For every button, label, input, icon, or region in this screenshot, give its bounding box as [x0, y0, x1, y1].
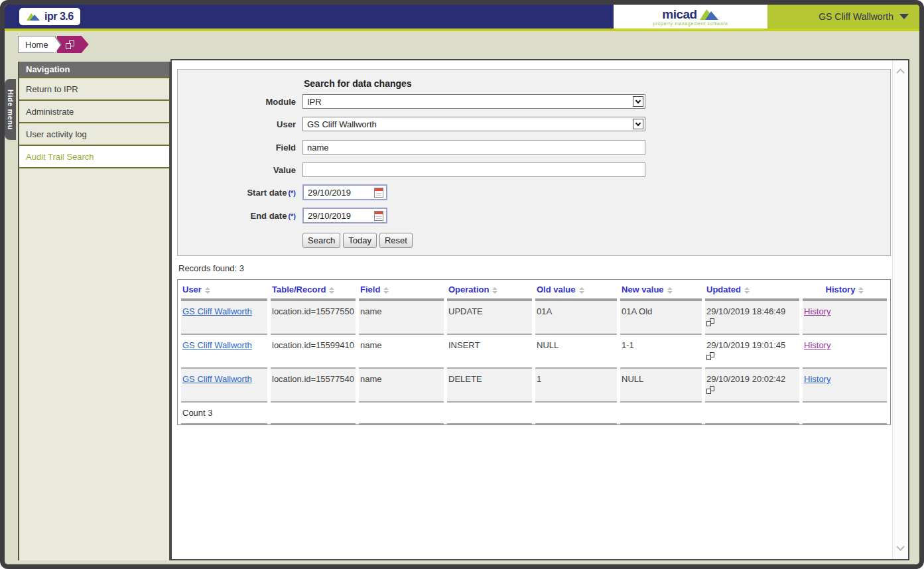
calendar-icon[interactable] — [374, 211, 383, 221]
micad-logo-text: micad — [662, 8, 696, 21]
micad-mountain-icon — [699, 7, 719, 21]
end-date-field — [302, 208, 387, 223]
cell-operation: UPDATE — [447, 301, 532, 335]
field-input[interactable] — [302, 140, 645, 155]
module-select-chevron-icon[interactable] — [633, 96, 643, 107]
accent-divider — [5, 29, 919, 31]
user-select-value: GS Cliff Wallworth — [307, 119, 377, 129]
value-row: Value — [178, 162, 645, 178]
scroll-up-icon[interactable] — [896, 68, 905, 77]
col-header-field[interactable]: Field — [359, 280, 444, 301]
user-label: User — [178, 119, 296, 129]
cell-operation: DELETE — [447, 369, 532, 403]
sort-icon — [383, 287, 389, 294]
cell-user: GS Cliff Wallworth — [181, 335, 267, 369]
required-marker: (*) — [288, 212, 296, 220]
cell-field: name — [359, 335, 444, 369]
cell-history: History — [803, 335, 887, 369]
end-date-label: End date(*) — [178, 211, 296, 221]
cell-field: name — [359, 301, 444, 335]
module-label: Module — [178, 97, 296, 107]
col-header-table-record[interactable]: Table/Record — [271, 280, 356, 301]
start-date-field — [302, 184, 387, 200]
sort-icon — [744, 287, 750, 294]
sidebar-item-return-to-ipr[interactable]: Return to IPR — [19, 78, 169, 101]
col-header-history[interactable]: History — [803, 280, 887, 301]
records-found-text: Records found: 3 — [178, 263, 244, 273]
user-menu[interactable]: GS Cliff Wallworth — [767, 5, 919, 29]
main-content: Search for data changes Module IPR User … — [170, 59, 909, 560]
today-button[interactable]: Today — [343, 233, 377, 248]
col-header-updated[interactable]: Updated — [705, 280, 799, 301]
table-row: GS Cliff Wallworth location.id=15599410 … — [181, 335, 887, 369]
history-link[interactable]: History — [804, 340, 830, 350]
user-select-chevron-icon[interactable] — [633, 119, 643, 129]
hide-menu-label: Hide menu — [7, 90, 15, 130]
sidebar: Navigation Return to IPR Administrate Us… — [18, 62, 170, 560]
cell-table-record: location.id=15599410 — [271, 335, 356, 369]
breadcrumb: Home — [18, 36, 89, 53]
cell-user: GS Cliff Wallworth — [181, 369, 267, 403]
search-button[interactable]: Search — [302, 233, 340, 248]
sidebar-item-administrate[interactable]: Administrate — [19, 101, 169, 123]
sidebar-item-user-activity-log[interactable]: User activity log — [19, 123, 169, 146]
pages-icon[interactable] — [706, 318, 714, 326]
sort-icon — [492, 287, 497, 294]
value-label: Value — [178, 165, 296, 175]
field-label: Field — [178, 143, 296, 153]
cell-table-record: location.id=15577540 — [271, 369, 356, 403]
module-select[interactable]: IPR — [302, 94, 645, 109]
start-date-row: Start date(*) — [178, 184, 387, 200]
hide-menu-tab[interactable]: Hide menu — [5, 79, 16, 140]
cell-new-value: 01A Old — [620, 301, 702, 335]
sort-icon — [858, 287, 864, 294]
start-date-input[interactable] — [306, 187, 363, 198]
cell-history: History — [803, 369, 887, 403]
start-date-label: Start date(*) — [178, 188, 296, 198]
breadcrumb-home[interactable]: Home — [18, 36, 56, 53]
table-row: GS Cliff Wallworth location.id=15577550 … — [181, 301, 887, 335]
end-date-input[interactable] — [306, 210, 363, 221]
col-header-user[interactable]: User — [181, 280, 267, 301]
pages-icon[interactable] — [706, 352, 714, 360]
cell-history: History — [803, 301, 887, 335]
col-header-new-value[interactable]: New value — [620, 280, 702, 301]
reset-button[interactable]: Reset — [379, 233, 413, 248]
pages-icon[interactable] — [706, 386, 714, 394]
breadcrumb-home-label: Home — [25, 40, 48, 50]
user-link[interactable]: GS Cliff Wallworth — [182, 306, 252, 316]
ipr-logo[interactable]: ipr 3.6 — [19, 8, 80, 25]
user-link[interactable]: GS Cliff Wallworth — [182, 340, 252, 350]
history-link[interactable]: History — [804, 306, 830, 316]
table-footer-row: Count 3 — [181, 403, 887, 424]
col-header-old-value[interactable]: Old value — [535, 280, 617, 301]
brand-text: ipr 3.6 — [44, 11, 74, 23]
cell-user: GS Cliff Wallworth — [181, 301, 267, 335]
user-select[interactable]: GS Cliff Wallworth — [302, 117, 645, 131]
user-link[interactable]: GS Cliff Wallworth — [182, 374, 252, 384]
pages-icon — [66, 40, 74, 49]
history-link[interactable]: History — [804, 374, 830, 384]
vertical-scrollbar[interactable] — [892, 60, 908, 559]
table-row: GS Cliff Wallworth location.id=15577540 … — [181, 369, 887, 403]
form-buttons-row: Search Today Reset — [178, 232, 415, 248]
table-header-row: User Table/Record Field Operation Old va… — [181, 280, 887, 301]
value-input[interactable] — [302, 162, 645, 177]
cell-old-value: 1 — [535, 369, 617, 403]
calendar-icon[interactable] — [374, 188, 383, 198]
micad-tagline: property management software — [653, 21, 728, 26]
col-header-operation[interactable]: Operation — [447, 280, 532, 301]
required-marker: (*) — [288, 189, 296, 197]
top-bar-navy-section: ipr 3.6 — [5, 5, 614, 29]
cell-old-value: NULL — [535, 335, 617, 369]
chevron-down-icon — [899, 14, 909, 19]
module-select-value: IPR — [307, 97, 322, 107]
breadcrumb-current-tab[interactable] — [57, 36, 89, 53]
scroll-down-icon[interactable] — [896, 542, 905, 551]
sidebar-title: Navigation — [19, 62, 169, 78]
sort-icon — [205, 287, 210, 294]
sort-icon — [579, 287, 584, 294]
sidebar-item-audit-trail-search[interactable]: Audit Trail Search — [19, 146, 169, 168]
sort-icon — [667, 287, 673, 294]
results-table: User Table/Record Field Operation Old va… — [177, 279, 891, 425]
